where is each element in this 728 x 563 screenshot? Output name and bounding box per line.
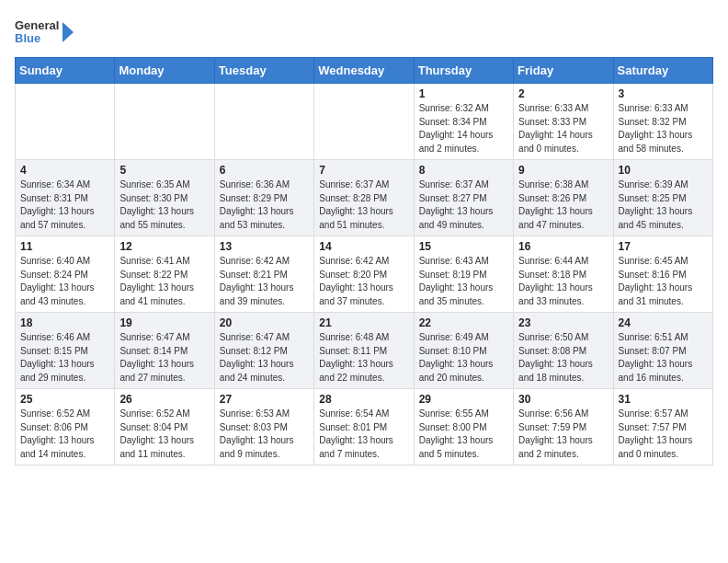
day-number: 17 [619,240,708,253]
day-number: 25 [20,393,109,406]
calendar-day-header: Thursday [414,58,513,84]
day-info: Sunrise: 6:52 AMSunset: 8:06 PMDaylight:… [20,408,109,461]
calendar-cell: 23Sunrise: 6:50 AMSunset: 8:08 PMDayligh… [514,313,613,389]
day-info: Sunrise: 6:54 AMSunset: 8:01 PMDaylight:… [319,408,408,461]
day-info: Sunrise: 6:51 AMSunset: 8:07 PMDaylight:… [619,331,708,385]
day-info: Sunrise: 6:35 AMSunset: 8:30 PMDaylight:… [119,178,209,232]
calendar-cell: 5Sunrise: 6:35 AMSunset: 8:30 PMDaylight… [115,160,214,236]
calendar-week-row: 18Sunrise: 6:46 AMSunset: 8:15 PMDayligh… [16,313,713,389]
calendar-cell: 28Sunrise: 6:54 AMSunset: 8:01 PMDayligh… [314,389,414,465]
day-number: 7 [319,164,408,177]
day-info: Sunrise: 6:45 AMSunset: 8:16 PMDaylight:… [619,255,708,308]
day-number: 27 [220,393,309,406]
day-number: 29 [419,393,508,406]
day-number: 19 [119,316,209,329]
calendar-day-header: Saturday [613,58,712,84]
day-info: Sunrise: 6:56 AMSunset: 7:59 PMDaylight:… [518,408,608,461]
day-info: Sunrise: 6:33 AMSunset: 8:32 PMDaylight:… [619,102,708,155]
day-info: Sunrise: 6:57 AMSunset: 7:57 PMDaylight:… [619,408,708,461]
calendar-cell: 16Sunrise: 6:44 AMSunset: 8:18 PMDayligh… [514,236,613,313]
calendar-cell: 8Sunrise: 6:37 AMSunset: 8:27 PMDaylight… [414,160,513,236]
calendar-week-row: 4Sunrise: 6:34 AMSunset: 8:31 PMDaylight… [16,160,713,236]
calendar-cell: 14Sunrise: 6:42 AMSunset: 8:20 PMDayligh… [314,236,414,313]
calendar-cell [214,84,313,160]
calendar-cell: 7Sunrise: 6:37 AMSunset: 8:28 PMDaylight… [314,160,414,236]
day-info: Sunrise: 6:43 AMSunset: 8:19 PMDaylight:… [419,255,508,308]
day-number: 1 [419,87,508,100]
day-number: 8 [419,164,508,177]
svg-marker-2 [63,22,74,42]
day-number: 2 [518,87,608,100]
calendar-cell: 31Sunrise: 6:57 AMSunset: 7:57 PMDayligh… [613,389,712,465]
calendar-cell: 19Sunrise: 6:47 AMSunset: 8:14 PMDayligh… [115,313,214,389]
svg-text:Blue: Blue [15,31,40,45]
calendar-cell: 1Sunrise: 6:32 AMSunset: 8:34 PMDaylight… [414,84,513,160]
calendar-cell: 22Sunrise: 6:49 AMSunset: 8:10 PMDayligh… [414,313,513,389]
day-info: Sunrise: 6:34 AMSunset: 8:31 PMDaylight:… [20,178,109,232]
calendar-cell: 6Sunrise: 6:36 AMSunset: 8:29 PMDaylight… [214,160,313,236]
day-info: Sunrise: 6:47 AMSunset: 8:12 PMDaylight:… [220,331,309,385]
day-info: Sunrise: 6:33 AMSunset: 8:33 PMDaylight:… [518,102,608,155]
day-info: Sunrise: 6:37 AMSunset: 8:27 PMDaylight:… [419,178,508,232]
calendar-cell: 30Sunrise: 6:56 AMSunset: 7:59 PMDayligh… [514,389,613,465]
day-number: 5 [119,164,209,177]
day-number: 20 [220,316,309,329]
calendar-cell: 21Sunrise: 6:48 AMSunset: 8:11 PMDayligh… [314,313,414,389]
calendar-cell: 20Sunrise: 6:47 AMSunset: 8:12 PMDayligh… [214,313,313,389]
day-number: 26 [119,393,209,406]
calendar-cell: 26Sunrise: 6:52 AMSunset: 8:04 PMDayligh… [115,389,214,465]
header: GeneralBlue [15,15,713,50]
calendar-cell: 12Sunrise: 6:41 AMSunset: 8:22 PMDayligh… [115,236,214,313]
day-info: Sunrise: 6:36 AMSunset: 8:29 PMDaylight:… [220,178,309,232]
day-number: 10 [619,164,708,177]
logo: GeneralBlue [15,15,88,50]
day-info: Sunrise: 6:47 AMSunset: 8:14 PMDaylight:… [119,331,209,385]
day-number: 24 [619,316,708,329]
day-info: Sunrise: 6:41 AMSunset: 8:22 PMDaylight:… [119,255,209,308]
svg-text:General: General [15,18,59,32]
day-number: 12 [119,240,209,253]
day-info: Sunrise: 6:55 AMSunset: 8:00 PMDaylight:… [419,408,508,461]
day-number: 13 [220,240,309,253]
calendar-day-header: Wednesday [314,58,414,84]
calendar-cell: 25Sunrise: 6:52 AMSunset: 8:06 PMDayligh… [16,389,115,465]
day-number: 21 [319,316,408,329]
day-number: 6 [220,164,309,177]
day-info: Sunrise: 6:48 AMSunset: 8:11 PMDaylight:… [319,331,408,385]
calendar-cell: 17Sunrise: 6:45 AMSunset: 8:16 PMDayligh… [613,236,712,313]
calendar-cell: 4Sunrise: 6:34 AMSunset: 8:31 PMDaylight… [16,160,115,236]
calendar-day-header: Monday [115,58,214,84]
calendar-week-row: 1Sunrise: 6:32 AMSunset: 8:34 PMDaylight… [16,84,713,160]
day-info: Sunrise: 6:42 AMSunset: 8:21 PMDaylight:… [220,255,309,308]
calendar-week-row: 11Sunrise: 6:40 AMSunset: 8:24 PMDayligh… [16,236,713,313]
day-info: Sunrise: 6:38 AMSunset: 8:26 PMDaylight:… [518,178,608,232]
calendar-day-header: Friday [514,58,613,84]
day-info: Sunrise: 6:50 AMSunset: 8:08 PMDaylight:… [518,331,608,385]
day-number: 28 [319,393,408,406]
calendar-day-header: Sunday [16,58,115,84]
day-info: Sunrise: 6:32 AMSunset: 8:34 PMDaylight:… [419,102,508,155]
calendar-cell: 2Sunrise: 6:33 AMSunset: 8:33 PMDaylight… [514,84,613,160]
day-number: 31 [619,393,708,406]
day-info: Sunrise: 6:44 AMSunset: 8:18 PMDaylight:… [518,255,608,308]
calendar-cell: 29Sunrise: 6:55 AMSunset: 8:00 PMDayligh… [414,389,513,465]
calendar-day-header: Tuesday [214,58,313,84]
calendar-cell: 18Sunrise: 6:46 AMSunset: 8:15 PMDayligh… [16,313,115,389]
day-number: 15 [419,240,508,253]
day-info: Sunrise: 6:37 AMSunset: 8:28 PMDaylight:… [319,178,408,232]
calendar-cell [314,84,414,160]
day-number: 14 [319,240,408,253]
calendar-cell: 15Sunrise: 6:43 AMSunset: 8:19 PMDayligh… [414,236,513,313]
day-info: Sunrise: 6:46 AMSunset: 8:15 PMDaylight:… [20,331,109,385]
day-number: 22 [419,316,508,329]
calendar-cell [115,84,214,160]
calendar-cell: 3Sunrise: 6:33 AMSunset: 8:32 PMDaylight… [613,84,712,160]
calendar-cell [16,84,115,160]
day-info: Sunrise: 6:49 AMSunset: 8:10 PMDaylight:… [419,331,508,385]
day-number: 16 [518,240,608,253]
day-number: 4 [20,164,109,177]
calendar-header-row: SundayMondayTuesdayWednesdayThursdayFrid… [16,58,713,84]
day-info: Sunrise: 6:42 AMSunset: 8:20 PMDaylight:… [319,255,408,308]
calendar-cell: 10Sunrise: 6:39 AMSunset: 8:25 PMDayligh… [613,160,712,236]
calendar-cell: 27Sunrise: 6:53 AMSunset: 8:03 PMDayligh… [214,389,313,465]
